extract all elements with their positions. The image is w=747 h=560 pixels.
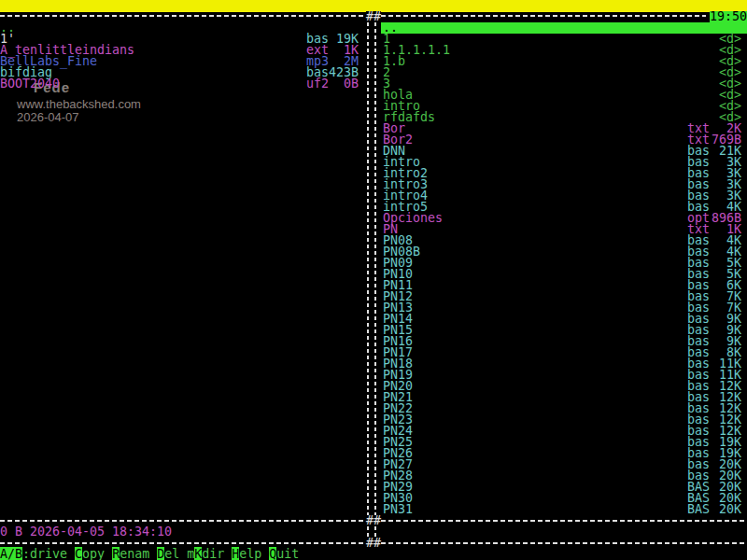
menu-item-label: opy: [82, 547, 105, 560]
file-row[interactable]: PN13bas7K: [0, 302, 747, 314]
file-row[interactable]: Bortxt2K: [0, 123, 747, 134]
menu-item-label: dir: [202, 547, 224, 560]
file-row[interactable]: PN17bas8K: [0, 347, 747, 358]
watermark-date: 2026-04-07: [17, 112, 79, 123]
status-bar: 0 B 2026-04-05 18:34:10: [0, 526, 172, 538]
menu-item-delete[interactable]: Del: [157, 549, 179, 560]
file-row[interactable]: PN21bas12K: [0, 392, 747, 403]
file-row[interactable]: DNNbas21K: [0, 146, 747, 157]
file-size: 20K: [704, 504, 741, 515]
file-row[interactable]: PN20bas12K: [0, 381, 747, 392]
menu-item-hotkey: R: [112, 547, 120, 560]
menu-item-label: el: [164, 547, 179, 560]
file-row[interactable]: PN19bas11K: [0, 370, 747, 381]
file-row[interactable]: PN11bas6K: [0, 280, 747, 291]
file-row[interactable]: PN28bas20K: [0, 470, 747, 482]
file-row[interactable]: PN29BAS20K: [0, 482, 747, 493]
file-row[interactable]: PN30BAS20K: [0, 493, 747, 504]
menu-bar: A/B:driveCopyRenamDelmKdirHelpQuit: [0, 549, 299, 560]
file-row[interactable]: PN09bas5K: [0, 258, 747, 269]
menu-item-label: uit: [276, 547, 299, 560]
file-row[interactable]: PN08Bbas4K: [0, 246, 747, 258]
pane-divider-junction-top: ##: [366, 11, 381, 22]
file-row[interactable]: PN10bas5K: [0, 269, 747, 280]
file-row[interactable]: 2<d>: [0, 67, 747, 78]
file-row[interactable]: Bor2txt769B: [0, 134, 747, 146]
menu-item-hotkey: C: [75, 547, 82, 560]
file-row[interactable]: intro3bas3K: [0, 179, 747, 190]
file-row[interactable]: PN24bas12K: [0, 426, 747, 437]
file-row[interactable]: PN14bas9K: [0, 314, 747, 325]
menu-item-label: elp: [239, 547, 261, 560]
watermark-site: www.thebackshed.com: [17, 99, 141, 110]
selected-file-row[interactable]: ..: [0, 22, 747, 34]
menu-item-copy[interactable]: Copy: [75, 549, 105, 560]
top-border-line: [0, 15, 706, 17]
file-row[interactable]: 1.b<d>: [0, 56, 747, 67]
file-row[interactable]: Opcionesopt896B: [0, 213, 747, 224]
menu-item-help[interactable]: Help: [232, 549, 261, 560]
file-row[interactable]: introbas3K: [0, 157, 747, 168]
menu-item-drive[interactable]: A/B:drive: [0, 549, 67, 560]
file-row[interactable]: PN26bas19K: [0, 448, 747, 459]
menu-item-label: :drive: [22, 547, 67, 560]
file-row[interactable]: intro5bas4K: [0, 202, 747, 213]
file-name: PN31: [383, 504, 413, 515]
file-row[interactable]: PN25bas19K: [0, 437, 747, 448]
menu-item-label: enam: [120, 547, 149, 560]
menu-item-hotkey: A/B: [0, 547, 22, 560]
file-row[interactable]: PN22bas12K: [0, 403, 747, 414]
menu-item-quit[interactable]: Quit: [269, 549, 299, 560]
file-row[interactable]: 3<d>: [0, 78, 747, 90]
file-row[interactable]: PN12bas7K: [0, 291, 747, 302]
file-row[interactable]: PNtxt1K: [0, 224, 747, 235]
clock: 19:50: [710, 11, 747, 22]
file-row[interactable]: PN23bas12K: [0, 414, 747, 426]
menu-item-hotkey: D: [157, 547, 164, 560]
file-row[interactable]: PN18bas11K: [0, 358, 747, 370]
file-row[interactable]: PN08bas4K: [0, 235, 747, 246]
menu-item-mkdir[interactable]: mKdir: [187, 549, 224, 560]
pane-divider-junction-mid: ##: [366, 515, 381, 526]
file-manager-screen: B:/PN ## 19:50 ..1'bas19KA_tenlittleindi…: [0, 0, 747, 560]
pane-divider-junction-bottom: ##: [366, 538, 381, 549]
file-name: BOOT2040: [0, 78, 60, 90]
file-row[interactable]: PN27bas20K: [0, 459, 747, 470]
file-row[interactable]: intro4bas3K: [0, 190, 747, 202]
file-row[interactable]: rfdafds<d>: [0, 112, 747, 123]
file-row[interactable]: intro2bas3K: [0, 168, 747, 179]
file-row[interactable]: PN15bas9K: [0, 325, 747, 336]
file-row[interactable]: PN16bas9K: [0, 336, 747, 347]
menu-item-rename[interactable]: Renam: [112, 549, 149, 560]
